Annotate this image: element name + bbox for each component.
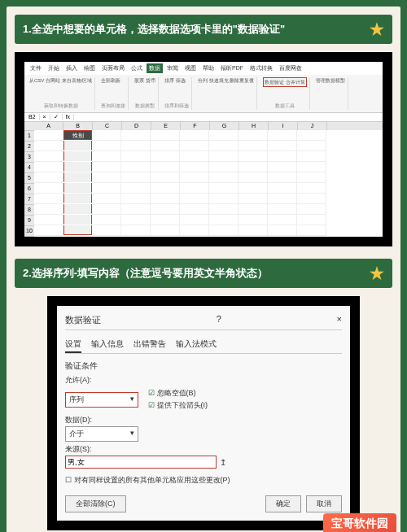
allow-label: 允许(A): — [65, 375, 342, 386]
tab: 福昕PDF — [218, 63, 246, 73]
tab: 插入 — [63, 63, 80, 73]
close-icon: × — [337, 314, 342, 326]
data-label: 数据(D): — [65, 415, 342, 425]
tab: 文件 — [28, 63, 44, 73]
allow-dropdown: 序列▾ — [65, 392, 138, 408]
dialog-title: 数据验证 — [65, 314, 101, 326]
step1-title: 1.全选中想要的单元格，选择数据选项卡里的"数据验证" ★ — [15, 15, 392, 44]
tab: 格式转换 — [247, 63, 275, 73]
chevron-down-icon: ▾ — [130, 395, 134, 405]
ribbon-tabs: 文件 开始 插入 绘图 页面布局 公式 数据 审阅 视图 帮助 福昕PDF 格式… — [24, 62, 383, 75]
star-icon: ★ — [370, 264, 384, 283]
data-validation-button: 数据验证 合并计算 — [263, 77, 307, 87]
tab: 开始 — [46, 63, 62, 73]
spreadsheet-grid: 12345678910 ABCDEFGHIJ 性别 — [24, 122, 383, 237]
cancel-button: 取消 — [306, 495, 342, 512]
tab: 绘图 — [81, 63, 98, 73]
source-label: 来源(S): — [65, 444, 342, 455]
clear-all-button: 全部清除(C) — [65, 495, 126, 512]
tab: 百度网盘 — [277, 63, 304, 73]
watermark: 宝哥软件园 — [323, 513, 396, 532]
tab-data: 数据 — [147, 63, 163, 73]
dialog-tabs: 设置 输入信息 出错警告 输入法模式 — [65, 337, 342, 354]
range-selector-icon: ↥ — [220, 458, 226, 467]
section-title: 验证条件 — [65, 360, 342, 372]
star-icon: ★ — [370, 20, 384, 39]
apply-changes-checkbox: 对有同样设置的所有其他单元格应用这些更改(P) — [65, 475, 342, 486]
data-dropdown: 介于▾ — [65, 426, 138, 442]
dropdown-checkbox: 提供下拉箭头(I) — [148, 400, 208, 411]
data-validation-dialog: 数据验证 ? × 设置 输入信息 出错警告 输入法模式 验证条件 允许(A): … — [47, 296, 360, 530]
formula-bar: B2×✓fx — [24, 113, 383, 122]
tab: 页面布局 — [99, 63, 127, 73]
excel-screenshot: 文件 开始 插入 绘图 页面布局 公式 数据 审阅 视图 帮助 福昕PDF 格式… — [15, 52, 392, 246]
tab: 帮助 — [200, 63, 217, 73]
step2-title: 2.选择序列-填写内容（注意逗号要用英文半角状态） ★ — [15, 259, 392, 288]
header-cell: 性别 — [63, 130, 92, 140]
tab: 审阅 — [164, 63, 181, 73]
ribbon-body: 从CSV 自网站 来自表格/区域获取和转换数据 全部刷新查询和连接 股票 货币数… — [24, 75, 383, 112]
source-input — [65, 456, 217, 469]
ignore-blank-checkbox: 忽略空值(B) — [148, 388, 208, 399]
ok-button: 确定 — [265, 495, 301, 512]
tab: 视图 — [182, 63, 199, 73]
chevron-down-icon: ▾ — [130, 429, 134, 439]
help-icon: ? — [217, 314, 221, 326]
tab: 公式 — [129, 63, 145, 73]
